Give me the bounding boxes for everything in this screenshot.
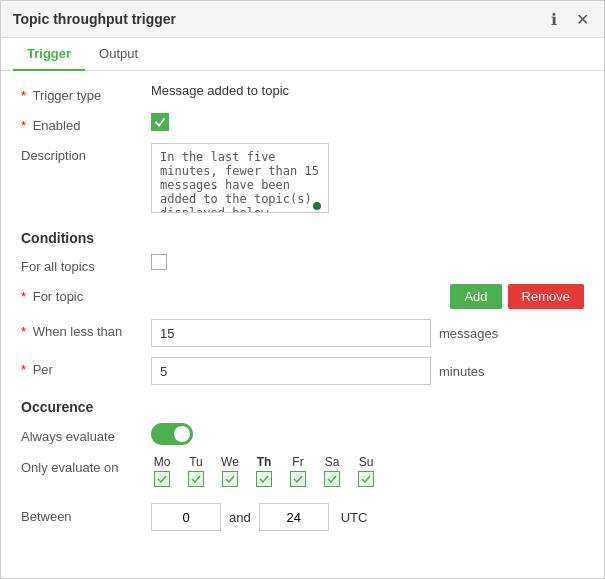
day-label-we: We (219, 455, 241, 469)
utc-label: UTC (341, 510, 368, 525)
remove-button[interactable]: Remove (508, 284, 584, 309)
days-col: Mo Tu We (151, 455, 377, 487)
per-value: minutes (151, 357, 584, 385)
required-star-wlt: * (21, 324, 26, 339)
when-less-than-row: * When less than messages (21, 319, 584, 347)
day-label-sa: Sa (321, 455, 343, 469)
day-checkbox-fr[interactable] (290, 471, 306, 487)
day-label-mo: Mo (151, 455, 173, 469)
for-topic-buttons: Add Remove (450, 284, 584, 309)
only-evaluate-on-label: Only evaluate on (21, 455, 151, 475)
always-evaluate-toggle-wrapper (151, 423, 584, 445)
for-topic-label: * For topic (21, 289, 151, 304)
required-star: * (21, 88, 26, 103)
when-less-than-input[interactable] (151, 319, 431, 347)
trigger-type-label: * Trigger type (21, 83, 151, 103)
day-th: Th (253, 455, 275, 487)
between-label: Between (21, 504, 151, 524)
enabled-label: * Enabled (21, 113, 151, 133)
day-mo: Mo (151, 455, 173, 487)
day-checkbox-mo[interactable] (154, 471, 170, 487)
description-textarea[interactable]: In the last five minutes, fewer than 15 … (151, 143, 329, 213)
day-tu: Tu (185, 455, 207, 487)
days-labels-row: Mo Tu We (151, 455, 377, 487)
description-wrapper-outer: In the last five minutes, fewer than 15 … (151, 143, 584, 216)
always-evaluate-label: Always evaluate (21, 424, 151, 444)
enabled-checkbox[interactable] (151, 113, 169, 131)
always-evaluate-toggle[interactable] (151, 423, 193, 445)
dialog-header: Topic throughput trigger ℹ ✕ (1, 1, 604, 38)
between-value: and UTC (151, 497, 584, 531)
description-row: Description In the last five minutes, fe… (21, 143, 584, 216)
conditions-title: Conditions (21, 230, 584, 246)
day-sa: Sa (321, 455, 343, 487)
day-checkbox-su[interactable] (358, 471, 374, 487)
day-su: Su (355, 455, 377, 487)
content: * Trigger type Message added to topic * … (1, 71, 604, 578)
when-less-than-label: * When less than (21, 319, 151, 339)
per-row: * Per minutes (21, 357, 584, 385)
between-to-input[interactable] (259, 503, 329, 531)
tab-trigger[interactable]: Trigger (13, 38, 85, 71)
day-checkbox-tu[interactable] (188, 471, 204, 487)
trigger-type-row: * Trigger type Message added to topic (21, 83, 584, 103)
required-star-topic: * (21, 289, 26, 304)
enabled-row: * Enabled (21, 113, 584, 133)
description-label: Description (21, 143, 151, 163)
for-all-topics-label: For all topics (21, 254, 151, 274)
required-star-per: * (21, 362, 26, 377)
day-label-fr: Fr (287, 455, 309, 469)
trigger-type-value: Message added to topic (151, 83, 584, 98)
tab-output[interactable]: Output (85, 38, 152, 71)
when-less-than-value: messages (151, 319, 584, 347)
info-icon[interactable]: ℹ (544, 9, 564, 29)
for-all-topics-checkbox[interactable] (151, 254, 167, 270)
only-evaluate-on-value: Mo Tu We (151, 455, 584, 487)
always-evaluate-row: Always evaluate (21, 423, 584, 445)
minutes-unit: minutes (439, 364, 485, 379)
messages-unit: messages (439, 326, 498, 341)
day-checkbox-sa[interactable] (324, 471, 340, 487)
tabs: Trigger Output (1, 38, 604, 71)
day-label-su: Su (355, 455, 377, 469)
for-topic-row: * For topic Add Remove (21, 284, 584, 309)
per-input[interactable] (151, 357, 431, 385)
dialog-title: Topic throughput trigger (13, 11, 176, 27)
for-all-topics-row: For all topics (21, 254, 584, 274)
add-button[interactable]: Add (450, 284, 501, 309)
required-star-enabled: * (21, 118, 26, 133)
enabled-checkbox-wrapper (151, 113, 584, 131)
day-checkbox-we[interactable] (222, 471, 238, 487)
description-wrapper: In the last five minutes, fewer than 15 … (151, 143, 329, 216)
day-label-th: Th (253, 455, 275, 469)
only-evaluate-on-row: Only evaluate on Mo Tu (21, 455, 584, 487)
dialog: Topic throughput trigger ℹ ✕ Trigger Out… (0, 0, 605, 579)
between-and-text: and (229, 510, 251, 525)
day-we: We (219, 455, 241, 487)
per-label: * Per (21, 357, 151, 377)
between-inputs: and UTC (151, 503, 367, 531)
description-dot (313, 202, 321, 210)
toggle-slider (151, 423, 193, 445)
day-label-tu: Tu (185, 455, 207, 469)
between-from-input[interactable] (151, 503, 221, 531)
occurrence-title: Occurence (21, 399, 584, 415)
for-all-topics-value (151, 254, 584, 270)
between-row: Between and UTC (21, 497, 584, 531)
day-fr: Fr (287, 455, 309, 487)
header-icons: ℹ ✕ (544, 9, 592, 29)
close-icon[interactable]: ✕ (572, 9, 592, 29)
day-checkbox-th[interactable] (256, 471, 272, 487)
